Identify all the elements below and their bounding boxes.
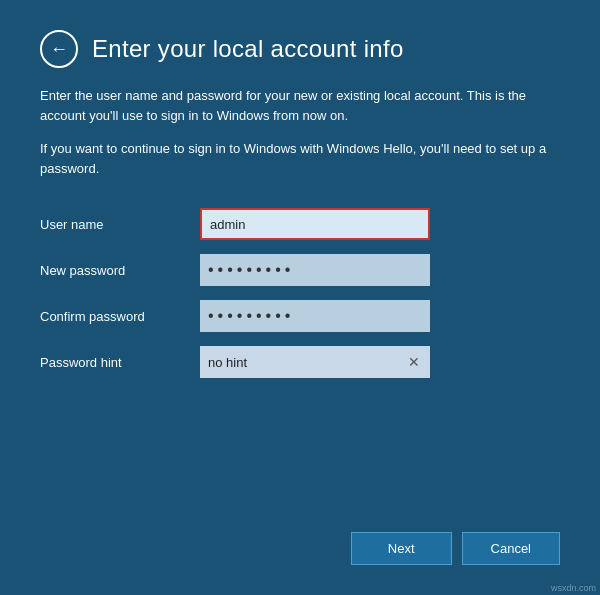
back-arrow-icon: ← xyxy=(50,39,68,60)
confirm-password-label: Confirm password xyxy=(40,309,200,324)
password-hint-label: Password hint xyxy=(40,355,200,370)
form: User name New password Confirm password … xyxy=(40,208,560,392)
page-title: Enter your local account info xyxy=(92,35,404,63)
clear-icon: ✕ xyxy=(408,354,420,370)
confirm-password-row: Confirm password xyxy=(40,300,560,332)
password-hint-row: Password hint ✕ xyxy=(40,346,560,378)
description-first: Enter the user name and password for you… xyxy=(40,86,560,125)
clear-hint-button[interactable]: ✕ xyxy=(404,352,424,372)
username-row: User name xyxy=(40,208,560,240)
password-hint-input[interactable] xyxy=(200,346,430,378)
description-second: If you want to continue to sign in to Wi… xyxy=(40,139,560,178)
confirm-password-input[interactable] xyxy=(200,300,430,332)
footer-buttons: Next Cancel xyxy=(351,532,560,565)
watermark: wsxdn.com xyxy=(551,583,596,593)
password-hint-wrapper: ✕ xyxy=(200,346,430,378)
back-button[interactable]: ← xyxy=(40,30,78,68)
header: ← Enter your local account info xyxy=(40,30,560,68)
username-label: User name xyxy=(40,217,200,232)
new-password-label: New password xyxy=(40,263,200,278)
username-input[interactable] xyxy=(200,208,430,240)
new-password-input[interactable] xyxy=(200,254,430,286)
new-password-row: New password xyxy=(40,254,560,286)
main-container: ← Enter your local account info Enter th… xyxy=(0,0,600,595)
cancel-button[interactable]: Cancel xyxy=(462,532,560,565)
next-button[interactable]: Next xyxy=(351,532,452,565)
